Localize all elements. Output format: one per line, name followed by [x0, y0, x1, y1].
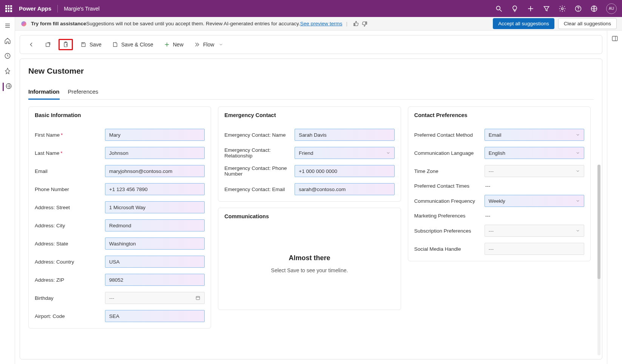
- user-avatar[interactable]: AU: [606, 3, 617, 14]
- svg-point-4: [562, 8, 563, 9]
- search-icon[interactable]: [495, 5, 503, 12]
- help-icon[interactable]: [574, 5, 582, 12]
- lightbulb-icon[interactable]: [511, 5, 519, 12]
- gear-icon[interactable]: [559, 5, 566, 12]
- top-bar: Power Apps Margie's Travel AU: [0, 0, 622, 17]
- top-icons: AU: [495, 3, 617, 14]
- svg-point-0: [496, 6, 500, 10]
- globe-person-icon[interactable]: [590, 5, 598, 12]
- app-launcher-icon[interactable]: [5, 5, 12, 12]
- app-title: Power Apps: [19, 5, 51, 12]
- title-divider: [57, 5, 58, 12]
- svg-point-6: [578, 10, 578, 10]
- plus-icon[interactable]: [527, 5, 534, 12]
- app-sub-title: Margie's Travel: [64, 6, 99, 12]
- svg-line-1: [500, 9, 502, 11]
- filter-icon[interactable]: [543, 5, 550, 12]
